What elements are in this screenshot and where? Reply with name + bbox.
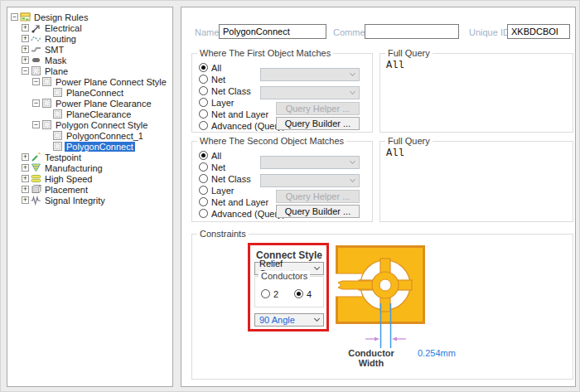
- tree-item-routing[interactable]: Routing: [22, 33, 172, 44]
- radio-net-class[interactable]: Net Class: [199, 173, 251, 184]
- radio-icon[interactable]: [199, 197, 208, 206]
- radio-layer[interactable]: Layer: [199, 185, 234, 196]
- tree-item-label-selected: PolygonConnect: [65, 142, 135, 152]
- tree-item-high-speed[interactable]: High Speed: [22, 173, 172, 184]
- radio-net[interactable]: Net: [199, 162, 225, 172]
- chevron-down-icon: [350, 177, 355, 182]
- collapse-icon[interactable]: [32, 78, 40, 85]
- smt-icon: [31, 44, 41, 55]
- collapse-icon[interactable]: [11, 13, 18, 21]
- radio-icon[interactable]: [199, 63, 208, 72]
- tree-item-label: SMT: [43, 45, 65, 55]
- tree-item-label: Placement: [43, 185, 89, 195]
- tree-item-signal-integrity[interactable]: Signal Integrity: [22, 195, 172, 206]
- rule-editor-panel: Name Comment Unique ID Where The First O…: [181, 7, 576, 387]
- tree-item-polygonconnect-selected[interactable]: PolygonConnect: [43, 141, 172, 152]
- design-rules-dialog: Design Rules Electrical Routing SMT Mask…: [0, 0, 580, 392]
- query-builder-button[interactable]: Query Builder ...: [276, 205, 360, 218]
- tree-item-label: Routing: [43, 34, 78, 44]
- tree-item-label: Mask: [43, 56, 68, 65]
- tree-item-plane[interactable]: Plane: [22, 65, 172, 76]
- tree-item-power-plane-clearance[interactable]: Power Plane Clearance: [32, 98, 172, 109]
- query-helper-button: Query Helper ...: [276, 102, 360, 115]
- radio-net-class[interactable]: Net Class: [199, 85, 251, 96]
- expand-icon[interactable]: [22, 46, 29, 53]
- tree-item-electrical[interactable]: Electrical: [22, 22, 172, 33]
- radio-advanced-query[interactable]: Advanced (Query): [199, 208, 285, 219]
- unique-id-input[interactable]: [507, 24, 570, 39]
- electrical-icon: [31, 22, 41, 33]
- expand-icon[interactable]: [22, 153, 29, 161]
- conductor-width-label: Conductor Width: [335, 348, 408, 368]
- radio-icon[interactable]: [199, 186, 208, 195]
- angle-select[interactable]: 90 Angle: [254, 313, 324, 327]
- tree-item-smt[interactable]: SMT: [22, 44, 172, 55]
- collapse-icon[interactable]: [22, 67, 29, 75]
- second-object-match-group: Where The Second Object Matches All Net …: [191, 141, 373, 222]
- tree-item-power-plane-connect-style[interactable]: Power Plane Connect Style: [32, 76, 172, 87]
- first-full-query-group: Full Query All: [379, 53, 573, 133]
- radio-conductors-2[interactable]: 2: [261, 288, 278, 299]
- second-full-query-group: Full Query All: [379, 141, 573, 222]
- radio-icon[interactable]: [199, 86, 208, 95]
- tree-item-design-rules[interactable]: Design Rules: [11, 12, 172, 22]
- radio-icon[interactable]: [199, 151, 208, 160]
- radio-conductors-4[interactable]: 4: [294, 288, 312, 299]
- expand-icon[interactable]: [22, 24, 29, 31]
- signal-integrity-icon: [31, 195, 41, 206]
- rule-icon: [52, 141, 63, 152]
- tree-item-manufacturing[interactable]: Manufacturing: [22, 162, 172, 173]
- group-title: Where The Second Object Matches: [197, 136, 346, 146]
- conductors-label: Conductors: [259, 271, 310, 281]
- tree-item-label: Manufacturing: [43, 163, 104, 173]
- expand-icon[interactable]: [22, 56, 29, 64]
- rule-type-icon: [41, 98, 52, 109]
- comment-input[interactable]: [365, 24, 459, 39]
- expand-icon[interactable]: [22, 164, 29, 172]
- radio-net-and-layer[interactable]: Net and Layer: [199, 109, 268, 119]
- radio-icon[interactable]: [199, 75, 208, 84]
- collapse-icon[interactable]: [32, 121, 40, 128]
- tree-item-mask[interactable]: Mask: [22, 55, 172, 65]
- tree-item-label: Power Plane Connect Style: [54, 77, 168, 87]
- group-title: Full Query: [385, 136, 433, 146]
- tree-item-planeconnect[interactable]: PlaneConnect: [43, 87, 172, 98]
- expand-icon[interactable]: [22, 175, 29, 182]
- radio-icon[interactable]: [199, 121, 208, 130]
- tree-item-planeclearance[interactable]: PlaneClearance: [43, 109, 172, 119]
- tree-item-label: Plane: [43, 66, 70, 76]
- tree-item-polygon-connect-style[interactable]: Polygon Connect Style: [32, 119, 172, 130]
- tree-item-placement[interactable]: Placement: [22, 184, 172, 195]
- radio-all[interactable]: All: [199, 150, 221, 161]
- routing-icon: [31, 33, 41, 44]
- radio-net[interactable]: Net: [199, 74, 225, 85]
- radio-icon[interactable]: [199, 98, 208, 107]
- radio-all[interactable]: All: [199, 62, 221, 73]
- collapse-icon[interactable]: [32, 99, 40, 107]
- mask-icon: [31, 55, 41, 65]
- radio-layer[interactable]: Layer: [199, 97, 234, 108]
- expand-icon[interactable]: [22, 35, 29, 42]
- radio-icon[interactable]: [199, 174, 208, 183]
- tree-item-label: Electrical: [43, 23, 84, 33]
- rule-icon: [52, 130, 63, 141]
- group-title: Full Query: [385, 48, 433, 58]
- expand-icon[interactable]: [22, 186, 29, 193]
- tree-item-label: PolygonConnect_1: [65, 131, 145, 141]
- radio-icon[interactable]: [261, 289, 270, 298]
- first-object-match-group: Where The First Object Matches All Net N…: [191, 53, 373, 133]
- radio-icon[interactable]: [199, 109, 208, 119]
- expand-icon[interactable]: [22, 196, 29, 204]
- tree-item-label: Design Rules: [32, 12, 89, 22]
- radio-icon[interactable]: [294, 289, 303, 298]
- manufacturing-icon: [31, 162, 41, 173]
- radio-net-and-layer[interactable]: Net and Layer: [199, 196, 268, 207]
- name-input[interactable]: [219, 24, 326, 39]
- tree-item-testpoint[interactable]: Testpoint: [22, 152, 172, 162]
- tree-item-polygonconnect-1[interactable]: PolygonConnect_1: [43, 130, 172, 141]
- query-builder-button[interactable]: Query Builder ...: [276, 117, 360, 130]
- radio-icon[interactable]: [199, 209, 208, 218]
- radio-advanced-query[interactable]: Advanced (Query): [199, 120, 285, 131]
- query-helper-button: Query Helper ...: [276, 190, 360, 203]
- radio-icon[interactable]: [199, 162, 208, 172]
